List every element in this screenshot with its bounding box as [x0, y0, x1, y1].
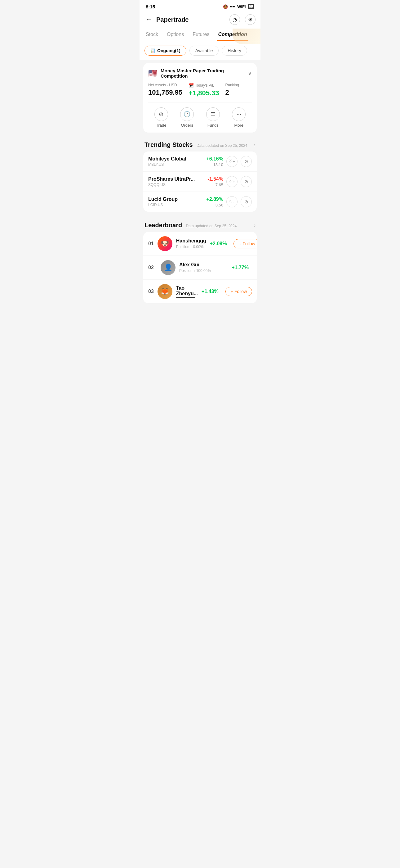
tab-competition[interactable]: Competition [217, 29, 248, 41]
stock-price-group-lcid: +2.89% 3.56 [206, 196, 223, 207]
trade-icon-lcid[interactable]: ⊘ [241, 196, 252, 207]
card-title: Money Master Paper Trading Competition [161, 68, 248, 79]
ranking-stat: Ranking 2 [226, 83, 252, 97]
stock-actions-mbly: ♡+ ⊘ [226, 156, 252, 167]
trade-icon: ⊘ [155, 107, 168, 121]
watchlist-add-icon-lcid[interactable]: ♡+ [226, 196, 237, 207]
leader-name-3: Tao Zhenyu... [176, 285, 198, 297]
mute-icon: 🔕 [223, 4, 228, 9]
stock-price-sqqq: 7.65 [207, 183, 223, 187]
trade-icon-mbly[interactable]: ⊘ [241, 156, 252, 167]
trending-arrow-icon[interactable]: › [254, 142, 256, 148]
status-icons: 🔕 ▪▪▪▪ WiFi 69 [223, 4, 254, 9]
competition-card: 🇺🇸 Money Master Paper Trading Competitio… [143, 63, 257, 132]
follow-button-3[interactable]: + Follow [226, 287, 253, 296]
today-pl-stat: 📅 Today's P/L +1,805.33 [189, 83, 219, 97]
leader-name-2: Alex Gui [179, 262, 228, 268]
status-time: 8:15 [146, 4, 155, 9]
signal-icon: ▪▪▪▪ [230, 4, 235, 9]
leader-position-3 [176, 297, 198, 298]
trade-icon-sqqq[interactable]: ⊘ [241, 176, 252, 187]
leaderboard-date: Data updated on Sep 25, 2024 [186, 224, 237, 228]
leader-position-1: Position：0.00% [176, 244, 206, 250]
leader-rank-1: 01 [148, 241, 154, 247]
sub-tab-ongoing[interactable]: 📊 Ongoing(1) [144, 45, 186, 56]
tab-stock[interactable]: Stock [144, 29, 159, 41]
net-assets-stat: Net Assets · USD 101,759.95 [148, 83, 182, 97]
leader-item-3: 03 🦊 Tao Zhenyu... +1.43% + Follow [143, 280, 257, 303]
leader-position-2: Position：100.00% [179, 268, 228, 274]
stock-name-lcid: Lucid Group [148, 196, 206, 202]
stock-actions-lcid: ♡+ ⊘ [226, 196, 252, 207]
avatar-emoji-2: 👤 [164, 264, 172, 272]
today-pl-value: +1,805.33 [189, 89, 219, 97]
stock-ticker-mbly: MBLY.US [148, 162, 206, 167]
watchlist-add-icon-sqqq[interactable]: ♡+ [226, 176, 237, 187]
stock-info-sqqq: ProShares UltraPr... SQQQ.US [148, 176, 207, 187]
funds-button[interactable]: ☰ Funds [206, 107, 220, 128]
stock-change-lcid: +2.89% [206, 196, 223, 202]
settings-icon: ☀ [248, 17, 253, 23]
page-title: Papertrade [156, 16, 229, 23]
stock-info-lcid: Lucid Group LCID.US [148, 196, 206, 207]
settings-button[interactable]: ☀ [245, 14, 256, 25]
sub-tab-bar: 📊 Ongoing(1) Available History [139, 41, 261, 60]
sub-tab-history[interactable]: History [222, 45, 247, 56]
underline-decoration [176, 297, 195, 298]
leader-rank-3: 03 [148, 289, 154, 294]
stock-change-sqqq: -1.54% [207, 176, 223, 182]
stock-info-mbly: Mobileye Global MBLY.US [148, 156, 206, 167]
avatar-emoji-3: 🦊 [161, 287, 169, 296]
tab-futures[interactable]: Futures [191, 29, 210, 41]
leader-info-1: Hanshenggg Position：0.00% [176, 238, 206, 250]
back-button[interactable]: ← [144, 14, 154, 25]
leader-change-1: +2.09% [210, 241, 227, 247]
sub-tab-available[interactable]: Available [190, 45, 219, 56]
leader-info-2: Alex Gui Position：100.00% [179, 262, 228, 274]
stock-item-sqqq: ProShares UltraPr... SQQQ.US -1.54% 7.65… [143, 172, 257, 192]
card-header: 🇺🇸 Money Master Paper Trading Competitio… [148, 68, 252, 79]
stock-item-mbly: Mobileye Global MBLY.US +6.16% 13.10 ♡+ … [143, 152, 257, 172]
stock-actions-sqqq: ♡+ ⊘ [226, 176, 252, 187]
back-icon: ← [146, 16, 153, 23]
stats-row: Net Assets · USD 101,759.95 📅 Today's P/… [148, 83, 252, 102]
trending-section-header: Trending Stocks Data updated on Sep 25, … [143, 136, 257, 152]
follow-button-1[interactable]: + Follow [233, 239, 257, 248]
nav-bar: ← Papertrade ◔ ☀ [139, 12, 261, 29]
net-assets-label: Net Assets · USD [148, 83, 182, 87]
leader-item-2: 02 👤 Alex Gui Position：100.00% +1.77% [143, 256, 257, 280]
leader-item-1: 01 🐶 Hanshenggg Position：0.00% +2.09% + … [143, 232, 257, 256]
tab-options[interactable]: Options [166, 29, 185, 41]
leader-change-3: +1.43% [202, 289, 219, 294]
leaderboard-section-header: Leaderboard Data updated on Sep 25, 2024… [143, 216, 257, 232]
refresh-button[interactable]: ◔ [229, 14, 240, 25]
trade-button[interactable]: ⊘ Trade [155, 107, 168, 128]
stock-name-sqqq: ProShares UltraPr... [148, 176, 207, 182]
stock-name-mbly: Mobileye Global [148, 156, 206, 162]
orders-label: Orders [181, 123, 193, 128]
leader-avatar-1: 🐶 [158, 236, 172, 251]
trending-title-group: Trending Stocks Data updated on Sep 25, … [144, 141, 247, 148]
stock-price-lcid: 3.56 [206, 203, 223, 207]
trending-title: Trending Stocks [144, 141, 193, 148]
leader-avatar-2: 👤 [161, 260, 175, 275]
leader-rank-2: 02 [148, 265, 157, 270]
chevron-down-icon[interactable]: ∨ [248, 70, 252, 77]
nav-action-icons: ◔ ☀ [229, 14, 256, 25]
funds-label: Funds [207, 123, 219, 128]
stock-item-lcid: Lucid Group LCID.US +2.89% 3.56 ♡+ ⊘ [143, 192, 257, 212]
wifi-icon: WiFi [237, 4, 245, 9]
orders-icon: 🕐 [180, 107, 194, 121]
leaderboard-title-group: Leaderboard Data updated on Sep 25, 2024 [144, 222, 237, 229]
orders-button[interactable]: 🕐 Orders [180, 107, 194, 128]
stock-ticker-lcid: LCID.US [148, 203, 206, 207]
today-pl-label: 📅 Today's P/L [189, 83, 219, 88]
flag-icon: 🇺🇸 [148, 69, 158, 78]
card-header-left: 🇺🇸 Money Master Paper Trading Competitio… [148, 68, 248, 79]
action-row: ⊘ Trade 🕐 Orders ☰ Funds ··· More [148, 107, 252, 128]
leaderboard-arrow-icon[interactable]: › [254, 223, 256, 228]
tab-navigation: Stock Options Futures Competition [139, 29, 261, 41]
more-button[interactable]: ··· More [232, 107, 245, 128]
funds-icon: ☰ [206, 107, 220, 121]
watchlist-add-icon-mbly[interactable]: ♡+ [226, 156, 237, 167]
